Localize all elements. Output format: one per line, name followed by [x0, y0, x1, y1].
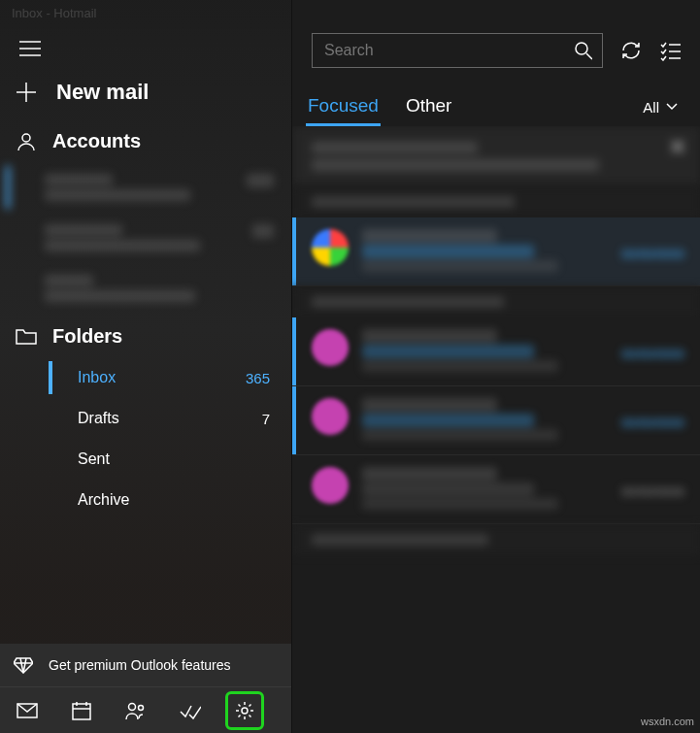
message-preview: [362, 329, 608, 372]
mail-app-button[interactable]: [0, 687, 54, 733]
app-switch-bar: [0, 686, 291, 733]
folder-count: 365: [246, 370, 270, 386]
folder-count: 7: [262, 411, 270, 427]
search-icon: [574, 41, 592, 60]
message-list-pane: Focused Other All: [291, 0, 700, 733]
hamburger-button[interactable]: [0, 29, 291, 64]
svg-point-14: [576, 43, 587, 54]
search-box[interactable]: [312, 33, 603, 68]
message-list[interactable]: 00/00/0000 00/00/0000 00/00/0000: [292, 126, 700, 733]
calendar-app-button[interactable]: [54, 687, 109, 733]
svg-rect-7: [73, 704, 90, 719]
account-item[interactable]: [0, 263, 291, 314]
watermark: wsxdn.com: [641, 716, 694, 727]
message-preview: [362, 398, 608, 441]
folder-name: Drafts: [78, 410, 119, 427]
select-mode-button[interactable]: [659, 40, 681, 61]
gear-icon: [235, 701, 254, 720]
folder-inbox[interactable]: Inbox 365: [0, 357, 291, 398]
date-group-header: [292, 186, 700, 217]
message-date: 00/00/0000: [621, 347, 684, 361]
folders-header[interactable]: Folders: [0, 317, 291, 357]
folder-sent[interactable]: Sent: [0, 439, 291, 480]
svg-line-15: [586, 53, 592, 59]
avatar: [312, 398, 349, 435]
todo-app-button[interactable]: [163, 687, 217, 733]
message-item[interactable]: 00/00/0000: [292, 317, 700, 386]
mail-icon: [17, 703, 38, 718]
people-app-button[interactable]: [109, 687, 163, 733]
svg-point-11: [129, 703, 136, 710]
accounts-label: Accounts: [52, 130, 141, 152]
folder-name: Inbox: [78, 369, 116, 386]
sync-button[interactable]: [620, 40, 642, 61]
message-preview: [362, 229, 608, 272]
svg-point-12: [139, 705, 144, 710]
svg-point-13: [242, 708, 248, 714]
tab-other[interactable]: Other: [404, 87, 454, 126]
avatar: [312, 229, 349, 266]
diamond-icon: [14, 655, 33, 675]
new-mail-button[interactable]: New mail: [0, 64, 291, 122]
tab-focused[interactable]: Focused: [306, 87, 381, 126]
folder-drafts[interactable]: Drafts 7: [0, 398, 291, 439]
message-date: 00/00/0000: [621, 416, 684, 430]
calendar-icon: [72, 701, 91, 720]
person-icon: [16, 131, 37, 152]
close-icon[interactable]: [671, 140, 684, 157]
premium-label: Get premium Outlook features: [49, 657, 231, 673]
premium-banner[interactable]: Get premium Outlook features: [0, 644, 291, 686]
new-mail-label: New mail: [56, 80, 149, 105]
avatar: [312, 467, 349, 504]
chevron-down-icon: [665, 100, 679, 114]
folder-icon: [16, 327, 37, 347]
folder-name: Sent: [78, 450, 110, 468]
avatar: [312, 329, 349, 366]
accounts-header[interactable]: Accounts: [0, 122, 291, 162]
svg-point-5: [22, 134, 30, 142]
message-item[interactable]: 00/00/0000: [292, 217, 700, 286]
settings-button[interactable]: [217, 687, 272, 733]
hamburger-icon: [19, 41, 41, 56]
sidebar: New mail Accounts: [0, 0, 291, 733]
message-date: 00/00/0000: [621, 484, 684, 499]
todo-icon: [180, 702, 201, 719]
account-item[interactable]: [0, 162, 291, 213]
folders-label: Folders: [52, 325, 122, 348]
date-group-header: [292, 286, 700, 317]
plus-icon: [16, 82, 37, 103]
folder-name: Archive: [78, 491, 129, 509]
other-summary-banner[interactable]: [292, 126, 700, 186]
folder-archive[interactable]: Archive: [0, 480, 291, 520]
date-group-header: [292, 524, 700, 555]
filter-dropdown[interactable]: All: [643, 99, 679, 116]
filter-label: All: [643, 99, 659, 116]
message-preview: [362, 467, 608, 510]
message-date: 00/00/0000: [621, 247, 684, 261]
account-item[interactable]: [0, 213, 291, 263]
message-item[interactable]: 00/00/0000: [292, 455, 700, 524]
search-input[interactable]: [324, 42, 574, 59]
message-item[interactable]: 00/00/0000: [292, 386, 700, 455]
people-icon: [125, 701, 147, 720]
